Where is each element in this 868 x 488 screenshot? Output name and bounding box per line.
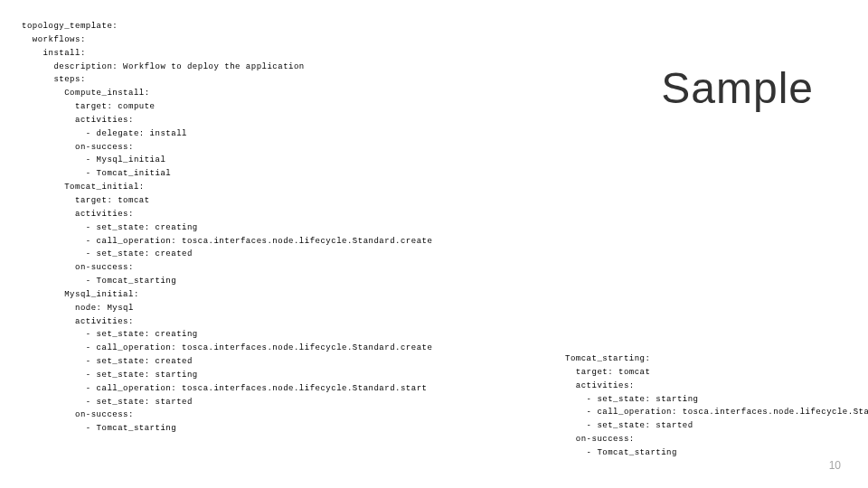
- slide-title: Sample: [661, 63, 814, 113]
- code-block-left: topology_template: workflows: install: d…: [22, 20, 432, 436]
- code-block-right: Tomcat_starting: target: tomcat activiti…: [565, 352, 868, 460]
- page-number: 10: [829, 459, 841, 472]
- slide: Sample topology_template: workflows: ins…: [0, 0, 868, 488]
